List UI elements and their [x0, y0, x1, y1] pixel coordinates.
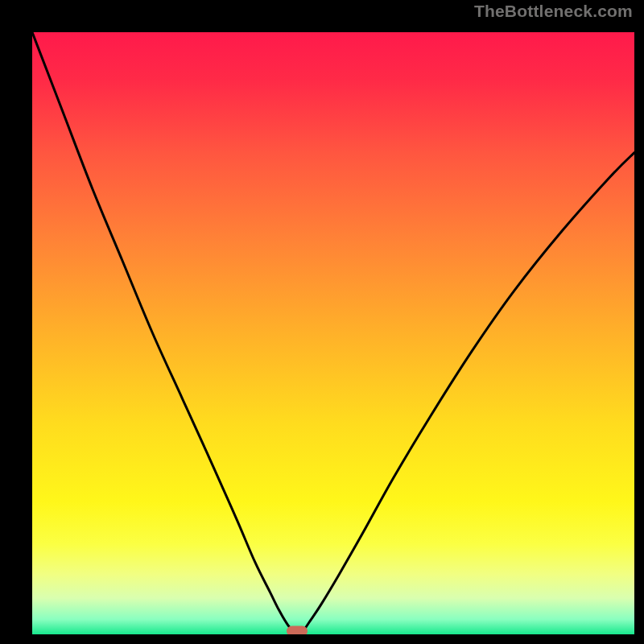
chart-frame [11, 11, 633, 633]
plot-area [32, 32, 634, 634]
curve-right-branch [303, 153, 634, 632]
bottleneck-curve [32, 32, 634, 634]
watermark-text: TheBottleneck.com [474, 2, 633, 21]
minimum-marker [287, 626, 308, 634]
curve-left-branch [32, 32, 294, 631]
